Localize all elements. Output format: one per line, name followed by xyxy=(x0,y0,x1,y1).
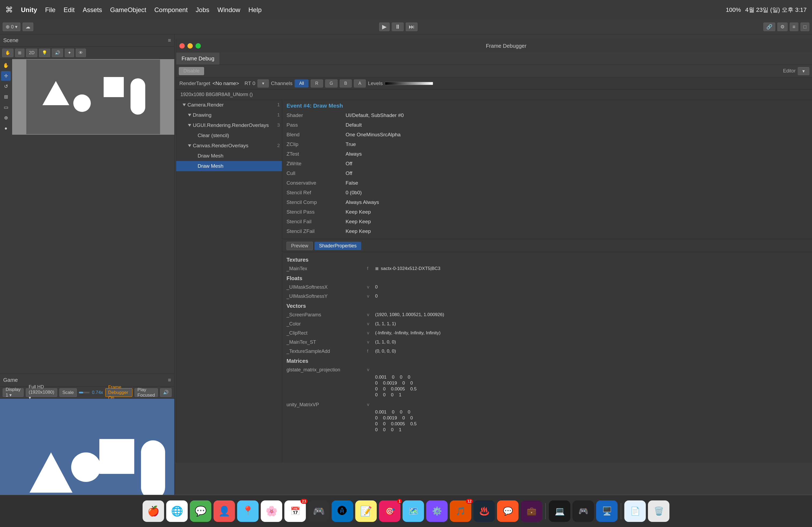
game-resolution[interactable]: Full HD (1920x1080) ▾ xyxy=(26,388,57,397)
tool-transform[interactable]: ⊕ xyxy=(1,113,11,123)
toolbar-layout[interactable]: □ xyxy=(800,22,809,31)
tool-scale[interactable]: ⊞ xyxy=(1,92,11,102)
scene-menu-icon[interactable]: ≡ xyxy=(168,37,171,44)
dock-trash[interactable]: 🗑️ xyxy=(648,500,669,522)
fd-matrix-val: 0.001 xyxy=(375,409,387,415)
menubar-help[interactable]: Help xyxy=(248,6,262,14)
menubar-component[interactable]: Component xyxy=(155,6,188,14)
fd-tree-label: Camera.Render xyxy=(187,102,224,108)
tool-rect[interactable]: ▭ xyxy=(1,103,11,112)
tool-move[interactable]: ✛ xyxy=(1,71,11,81)
tool-rotate[interactable]: ↺ xyxy=(1,81,11,91)
toolbar-account[interactable]: ⊕ 0 ▾ xyxy=(3,22,20,31)
fd-tree-draw-mesh-1[interactable]: Draw Mesh xyxy=(176,151,282,161)
dock-maps2[interactable]: 🗺️ xyxy=(403,500,424,522)
fd-tree-drawing[interactable]: Drawing 1 xyxy=(176,110,282,120)
fd-channels-all[interactable]: All xyxy=(294,79,308,88)
menubar-unity[interactable]: Unity xyxy=(21,6,37,14)
fd-sidebar[interactable]: Camera.Render 1 Drawing 1 UGUI.Rendering… xyxy=(176,100,282,463)
fd-triangle-icon xyxy=(183,104,186,106)
dock-virtualbox[interactable]: 🖥️ xyxy=(596,500,618,522)
dock-contacts[interactable]: 👤 xyxy=(214,500,235,522)
fd-rt-dropdown[interactable]: ▾ xyxy=(258,79,269,88)
fd-tree-ugui[interactable]: UGUI.Rendering.RenderOverlays 3 xyxy=(176,120,282,131)
dock-calendar[interactable]: 📅 23 xyxy=(284,500,306,522)
toolbar-step[interactable]: ⏭ xyxy=(406,22,418,31)
fd-channel-b[interactable]: B xyxy=(340,79,352,88)
fd-disable-btn[interactable]: Disable xyxy=(179,67,204,75)
dock-epic[interactable]: 🎮 xyxy=(572,500,594,522)
toolbar-pause[interactable]: ⏸ xyxy=(392,22,404,31)
tool-custom[interactable]: ● xyxy=(1,123,11,133)
dock-finder[interactable]: 🍎 xyxy=(143,500,164,522)
dock-photos[interactable]: 🌸 xyxy=(261,500,282,522)
fd-tree-camera-render[interactable]: Camera.Render 1 xyxy=(176,100,282,110)
dock-terminal[interactable]: 💻 xyxy=(549,500,570,522)
dock-notes[interactable]: 📝 xyxy=(355,500,377,522)
fd-editor-dropdown[interactable]: ▾ xyxy=(798,67,809,75)
menubar-window[interactable]: Window xyxy=(218,6,240,14)
fd-tree-draw-mesh-2[interactable]: Draw Mesh xyxy=(176,161,282,171)
fd-matrix-val: 0 xyxy=(391,427,393,433)
dock-chrome[interactable]: 🌐 xyxy=(166,500,188,522)
game-square xyxy=(99,439,134,474)
fd-channel-g[interactable]: G xyxy=(325,79,337,88)
dock-audacity[interactable]: 🎵 12 xyxy=(450,500,471,522)
dock-app-store[interactable]: 🅐 xyxy=(332,500,353,522)
fd-event-section: Event #4: Draw Mesh Shader UI/Default, S… xyxy=(282,100,812,239)
frame-debugger-on-btn[interactable]: Frame Debugger On xyxy=(105,388,132,397)
fd-tab-frame-debug[interactable]: Frame Debug xyxy=(176,52,220,65)
fd-tree-clear-stencil[interactable]: Clear (stencil) xyxy=(176,131,282,140)
tl-minimize[interactable] xyxy=(187,43,193,48)
menubar-edit[interactable]: Edit xyxy=(64,6,75,14)
scene-light[interactable]: 💡 xyxy=(39,48,50,57)
toolbar-cloud[interactable]: ☁ xyxy=(23,22,33,31)
game-menu-icon[interactable]: ≡ xyxy=(168,377,171,383)
dock-unity[interactable]: 🎮 xyxy=(308,500,330,522)
scene-gizmos[interactable]: ⊞ xyxy=(15,48,25,57)
play-focused-btn[interactable]: Play Focused xyxy=(134,388,158,397)
dock-app3[interactable]: ⚙️ xyxy=(426,500,448,522)
dock-talk[interactable]: 💬 xyxy=(497,500,519,522)
menubar-assets[interactable]: Assets xyxy=(83,6,102,14)
toolbar-collab[interactable]: 🔗 xyxy=(764,22,775,31)
tl-close[interactable] xyxy=(179,43,185,48)
menubar-jobs[interactable]: Jobs xyxy=(196,6,209,14)
scene-hand-tool[interactable]: ✋ xyxy=(2,48,13,57)
fd-stencil-comp-value: Always Always xyxy=(346,199,808,205)
fd-matrix-val: 0 xyxy=(400,409,402,415)
dock-maps[interactable]: 📍 xyxy=(237,500,259,522)
fd-channel-a[interactable]: A xyxy=(354,79,366,88)
fd-channel-r[interactable]: R xyxy=(311,79,323,88)
scene-canvas[interactable] xyxy=(12,59,174,135)
scene-fx[interactable]: ✦ xyxy=(65,48,74,57)
apple-menu[interactable]: ⌘ xyxy=(5,5,13,14)
fd-float-type-0: v xyxy=(367,285,375,289)
fd-preview-tab[interactable]: Preview xyxy=(287,242,313,250)
dock-messages[interactable]: 💬 xyxy=(190,500,211,522)
dock-app2[interactable]: 🎯 1 xyxy=(379,500,400,522)
menubar-file[interactable]: File xyxy=(45,6,56,14)
dock-steam[interactable]: ♨️ xyxy=(474,500,495,522)
fd-main-tex-type: f xyxy=(367,266,375,271)
fd-matrix-val: 0.0005 xyxy=(391,387,405,392)
toolbar-settings[interactable]: ⚙ xyxy=(777,22,787,31)
fd-channels-label: Channels xyxy=(271,80,292,86)
toolbar-play[interactable]: ▶ xyxy=(379,22,390,31)
game-scale[interactable]: Scale xyxy=(59,388,77,397)
dock-preview[interactable]: 📄 xyxy=(624,500,646,522)
toolbar-layers[interactable]: ≡ xyxy=(790,22,799,31)
scene-hidden[interactable]: 👁 xyxy=(76,48,86,57)
dock-slack[interactable]: 💼 xyxy=(521,500,542,522)
menubar-gameobject[interactable]: GameObject xyxy=(110,6,146,14)
fd-tree-canvas[interactable]: Canvas.RenderOverlays 2 xyxy=(176,140,282,151)
scene-audio[interactable]: 🔊 xyxy=(52,48,63,57)
game-audio[interactable]: 🔊 xyxy=(160,388,172,397)
game-canvas[interactable] xyxy=(0,399,174,495)
fd-matrix-val: 1 xyxy=(399,427,401,433)
fd-shader-props-tab[interactable]: ShaderProperties xyxy=(315,242,361,250)
game-display[interactable]: Display 1 ▾ xyxy=(3,388,24,397)
tool-hand[interactable]: ✋ xyxy=(1,61,11,70)
scene-2d[interactable]: 2D xyxy=(26,48,37,57)
tl-maximize[interactable] xyxy=(195,43,201,48)
